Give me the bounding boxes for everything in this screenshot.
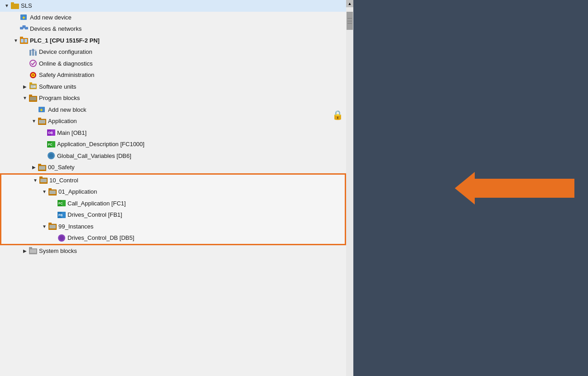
svg-rect-43 bbox=[39, 166, 45, 170]
software-units-item[interactable]: ▶ SW Software units bbox=[0, 81, 346, 93]
tree-root-sls[interactable]: ▼ SLS bbox=[0, 0, 346, 12]
svg-rect-1 bbox=[11, 2, 14, 5]
expand-arrow-sls[interactable]: ▼ bbox=[4, 3, 10, 9]
add-device-icon: ✦ bbox=[20, 13, 28, 21]
global-call-item[interactable]: ▶ Global_Call_Variables [DB6] bbox=[0, 150, 346, 162]
safety-00-item[interactable]: ▶ 00_Safety bbox=[0, 162, 346, 173]
safety00-label: 00_Safety bbox=[48, 163, 75, 172]
sls-folder-icon bbox=[11, 2, 19, 10]
expand-instances99[interactable]: ▼ bbox=[41, 223, 48, 229]
add-new-device-item[interactable]: ▶ ✦ Add new device bbox=[0, 12, 346, 24]
sw-units-icon: SW bbox=[29, 82, 37, 90]
expand-sw-units[interactable]: ▶ bbox=[22, 83, 28, 90]
svg-rect-46 bbox=[40, 179, 47, 182]
svg-text:FC: FC bbox=[48, 143, 52, 146]
devices-networks-label: Devices & networks bbox=[30, 24, 82, 33]
expand-safety00[interactable]: ▶ bbox=[31, 164, 37, 171]
svg-text:✦: ✦ bbox=[39, 108, 43, 113]
svg-rect-15 bbox=[35, 51, 37, 56]
drives-ctrl-db-label: Drives_Control_DB [DB5] bbox=[67, 233, 134, 243]
svg-text:FC: FC bbox=[58, 202, 63, 205]
sls-label: SLS bbox=[21, 1, 32, 10]
app-desc-label: Application_Description [FC1000] bbox=[57, 140, 145, 149]
svg-rect-27 bbox=[30, 97, 36, 100]
safety-admin-item[interactable]: ▶ Safety Administration bbox=[0, 69, 346, 81]
scroll-up-button[interactable]: ▲ bbox=[346, 0, 353, 7]
plc1-item[interactable]: ▼ PLC_1 [CPU 1515F-2 PN] bbox=[0, 35, 346, 47]
application-label: Application bbox=[48, 117, 77, 126]
plc1-label: PLC_1 [CPU 1515F-2 PN] bbox=[30, 36, 100, 45]
control-10-item[interactable]: ▼ 10_Control bbox=[1, 175, 345, 186]
drives-ctrl-fb1-item[interactable]: ▶ FB Drives_Control [FB1] bbox=[1, 209, 345, 221]
device-config-label: Device configuration bbox=[39, 48, 92, 57]
grip-line-3 bbox=[347, 23, 352, 24]
software-units-label: Software units bbox=[39, 82, 76, 91]
db6-icon bbox=[47, 152, 55, 160]
add-block-item[interactable]: ▶ ✦ Add new block bbox=[0, 104, 346, 116]
system-blocks-item[interactable]: ▶ System blocks bbox=[0, 245, 346, 257]
control10-label: 10_Control bbox=[49, 176, 78, 185]
scroll-track[interactable] bbox=[346, 7, 353, 376]
orange-arrow-container bbox=[475, 179, 574, 198]
svg-rect-22 bbox=[29, 82, 32, 84]
expand-control10[interactable]: ▼ bbox=[32, 177, 39, 183]
diagnostic-icon bbox=[29, 59, 37, 67]
orange-arrow bbox=[475, 179, 574, 198]
svg-rect-49 bbox=[49, 190, 56, 194]
svg-rect-48 bbox=[48, 188, 52, 190]
call-app-label: Call_Application [FC1] bbox=[67, 199, 126, 208]
svg-text:SW: SW bbox=[31, 85, 36, 88]
svg-point-60 bbox=[59, 236, 64, 240]
expand-application[interactable]: ▼ bbox=[31, 118, 37, 124]
add-block-label: Add new block bbox=[48, 105, 87, 114]
add-block-icon: ✦ bbox=[38, 105, 46, 114]
right-panel bbox=[353, 0, 588, 376]
devices-networks-item[interactable]: ▶ Devices & networks bbox=[0, 23, 346, 35]
fb1-icon: FB bbox=[58, 211, 66, 219]
svg-rect-13 bbox=[29, 50, 31, 56]
instances99-label: 99_Instances bbox=[58, 222, 93, 231]
prog-blocks-label: Program blocks bbox=[39, 94, 80, 103]
svg-point-40 bbox=[49, 153, 53, 158]
safety-admin-label: Safety Administration bbox=[39, 71, 94, 80]
expand-app01[interactable]: ▼ bbox=[41, 189, 48, 195]
call-app-fc1-item[interactable]: ▶ FC Call_Application [FC1] bbox=[1, 198, 345, 209]
svg-rect-31 bbox=[38, 118, 41, 120]
arrow-shaft bbox=[475, 179, 574, 198]
svg-rect-10 bbox=[20, 37, 23, 39]
grip-line-2 bbox=[347, 21, 352, 21]
expand-prog-blocks[interactable]: ▼ bbox=[22, 95, 28, 101]
scroll-grip bbox=[347, 18, 352, 24]
main-ob1-label: Main [OB1] bbox=[57, 129, 87, 138]
svg-rect-14 bbox=[32, 49, 34, 56]
svg-text:OB: OB bbox=[48, 131, 53, 134]
app-desc-item[interactable]: ▶ FC Application_Description [FC1000] bbox=[0, 138, 346, 150]
system-blocks-label: System blocks bbox=[39, 247, 77, 256]
instances-99-item[interactable]: ▼ 99_Instances bbox=[1, 221, 345, 233]
application-icon bbox=[38, 117, 46, 125]
svg-rect-26 bbox=[29, 95, 32, 97]
global-call-label: Global_Call_Variables [DB6] bbox=[57, 152, 131, 161]
app01-icon bbox=[48, 188, 57, 196]
program-blocks-item[interactable]: ▼ Program blocks bbox=[0, 92, 346, 104]
vertical-scrollbar[interactable]: ▲ bbox=[346, 0, 353, 376]
expand-system[interactable]: ▶ bbox=[22, 247, 28, 254]
svg-rect-45 bbox=[39, 176, 43, 179]
main-ob1-item[interactable]: ▶ OB Main [OB1] bbox=[0, 127, 346, 139]
safety-icon bbox=[29, 71, 37, 79]
svg-rect-12 bbox=[24, 39, 27, 43]
expand-plc1[interactable]: ▼ bbox=[13, 37, 19, 43]
device-config-item[interactable]: ▶ Device configuration bbox=[0, 46, 346, 58]
app-01-item[interactable]: ▼ 01_Application bbox=[1, 186, 345, 198]
svg-rect-11 bbox=[21, 39, 24, 43]
svg-text:FB: FB bbox=[58, 214, 63, 217]
svg-rect-62 bbox=[29, 247, 32, 249]
online-diag-item[interactable]: ▶ Online & diagnostics bbox=[0, 58, 346, 70]
prog-blocks-icon bbox=[29, 94, 37, 102]
scroll-thumb[interactable] bbox=[347, 12, 353, 30]
application-item[interactable]: ▼ Application bbox=[0, 115, 346, 127]
system-icon bbox=[29, 247, 37, 255]
drives-ctrl-db5-item[interactable]: ▶ Drives_Control_DB [DB5] bbox=[1, 232, 345, 244]
ob1-icon: OB bbox=[47, 129, 55, 137]
online-diag-label: Online & diagnostics bbox=[39, 59, 93, 68]
